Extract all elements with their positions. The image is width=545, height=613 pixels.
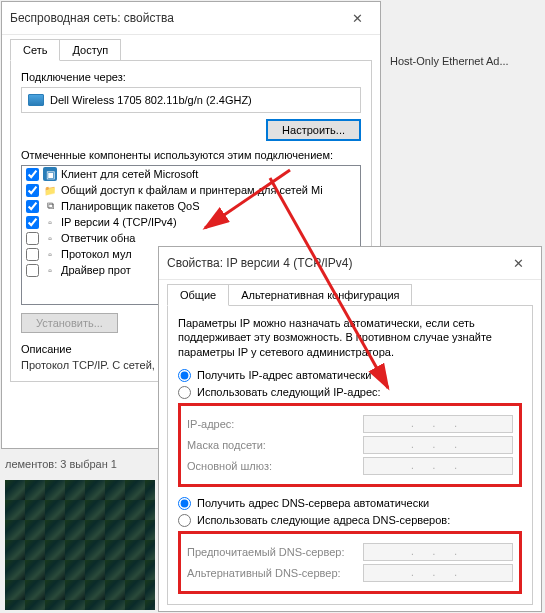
gateway-label: Основной шлюз: — [187, 460, 272, 472]
responder-icon: ▫ — [43, 231, 57, 245]
background-adapter-label: Host-Only Ethernet Ad... — [390, 55, 509, 67]
client-icon: ▣ — [43, 167, 57, 181]
radio-auto-ip[interactable] — [178, 369, 191, 382]
tab-access[interactable]: Доступ — [59, 39, 121, 61]
list-item[interactable]: ▣ Клиент для сетей Microsoft — [22, 166, 360, 182]
ip-address-input[interactable]: . . . — [363, 415, 513, 433]
share-icon: 📁 — [43, 183, 57, 197]
checkbox[interactable] — [26, 200, 39, 213]
checkbox[interactable] — [26, 184, 39, 197]
tab-general[interactable]: Общие — [167, 284, 229, 306]
list-item-label: IP версии 4 (TCP/IPv4) — [61, 216, 177, 228]
intro-text: Параметры IP можно назначать автоматичес… — [178, 316, 522, 359]
connect-via-label: Подключение через: — [21, 71, 361, 83]
radio-auto-ip-row[interactable]: Получить IP-адрес автоматически — [178, 369, 522, 382]
list-item-label: Общий доступ к файлам и принтерам для се… — [61, 184, 323, 196]
titlebar: Беспроводная сеть: свойства ✕ — [2, 2, 380, 35]
background-thumbnail — [5, 480, 155, 610]
driver-icon: ▫ — [43, 263, 57, 277]
qos-icon: ⧉ — [43, 199, 57, 213]
list-item[interactable]: ▫ IP версии 4 (TCP/IPv4) — [22, 214, 360, 230]
window-title: Беспроводная сеть: свойства — [10, 11, 174, 25]
install-button[interactable]: Установить... — [21, 313, 118, 333]
list-item-label: Протокол мул — [61, 248, 132, 260]
components-label: Отмеченные компоненты используются этим … — [21, 149, 361, 161]
tabstrip: Общие Альтернативная конфигурация — [159, 280, 541, 306]
list-item[interactable]: ▫ Ответчик обна — [22, 230, 360, 246]
alt-dns-label: Альтернативный DNS-сервер: — [187, 567, 341, 579]
radio-label: Использовать следующий IP-адрес: — [197, 386, 381, 398]
radio-manual-ip[interactable] — [178, 386, 191, 399]
subnet-input[interactable]: . . . — [363, 436, 513, 454]
close-icon[interactable]: ✕ — [503, 253, 533, 273]
tabstrip: Сеть Доступ — [2, 35, 380, 61]
list-item-label: Драйвер прот — [61, 264, 131, 276]
close-icon[interactable]: ✕ — [342, 8, 372, 28]
checkbox[interactable] — [26, 264, 39, 277]
radio-auto-dns-row[interactable]: Получить адрес DNS-сервера автоматически — [178, 497, 522, 510]
list-item[interactable]: 📁 Общий доступ к файлам и принтерам для … — [22, 182, 360, 198]
checkbox[interactable] — [26, 168, 39, 181]
radio-manual-dns-row[interactable]: Использовать следующие адреса DNS-сервер… — [178, 514, 522, 527]
pref-dns-label: Предпочитаемый DNS-сервер: — [187, 546, 344, 558]
pref-dns-input[interactable]: . . . — [363, 543, 513, 561]
adapter-icon — [28, 94, 44, 106]
adapter-box: Dell Wireless 1705 802.11b/g/n (2.4GHZ) — [21, 87, 361, 113]
subnet-label: Маска подсети: — [187, 439, 266, 451]
ip-address-block: IP-адрес: . . . Маска подсети: . . . Осн… — [178, 403, 522, 487]
titlebar: Свойства: IP версии 4 (TCP/IPv4) ✕ — [159, 247, 541, 280]
list-item-label: Планировщик пакетов QoS — [61, 200, 200, 212]
checkbox[interactable] — [26, 248, 39, 261]
tab-alt-config[interactable]: Альтернативная конфигурация — [228, 284, 412, 306]
radio-auto-dns[interactable] — [178, 497, 191, 510]
list-item-label: Клиент для сетей Microsoft — [61, 168, 198, 180]
list-item[interactable]: ⧉ Планировщик пакетов QoS — [22, 198, 360, 214]
ipv4-icon: ▫ — [43, 215, 57, 229]
radio-manual-ip-row[interactable]: Использовать следующий IP-адрес: — [178, 386, 522, 399]
radio-label: Получить адрес DNS-сервера автоматически — [197, 497, 429, 509]
multiplex-icon: ▫ — [43, 247, 57, 261]
ip-address-label: IP-адрес: — [187, 418, 234, 430]
checkbox[interactable] — [26, 216, 39, 229]
dns-address-block: Предпочитаемый DNS-сервер: . . . Альтерн… — [178, 531, 522, 594]
radio-label: Использовать следующие адреса DNS-сервер… — [197, 514, 450, 526]
adapter-name: Dell Wireless 1705 802.11b/g/n (2.4GHZ) — [50, 94, 252, 106]
window-title: Свойства: IP версии 4 (TCP/IPv4) — [167, 256, 353, 270]
radio-manual-dns[interactable] — [178, 514, 191, 527]
checkbox[interactable] — [26, 232, 39, 245]
tab-network[interactable]: Сеть — [10, 39, 60, 61]
tab-body: Параметры IP можно назначать автоматичес… — [167, 305, 533, 605]
ipv4-properties-window: Свойства: IP версии 4 (TCP/IPv4) ✕ Общие… — [158, 246, 542, 612]
statusbar-text: лементов: 3 выбран 1 — [5, 458, 117, 470]
radio-label: Получить IP-адрес автоматически — [197, 369, 371, 381]
configure-button[interactable]: Настроить... — [266, 119, 361, 141]
gateway-input[interactable]: . . . — [363, 457, 513, 475]
list-item-label: Ответчик обна — [61, 232, 135, 244]
alt-dns-input[interactable]: . . . — [363, 564, 513, 582]
